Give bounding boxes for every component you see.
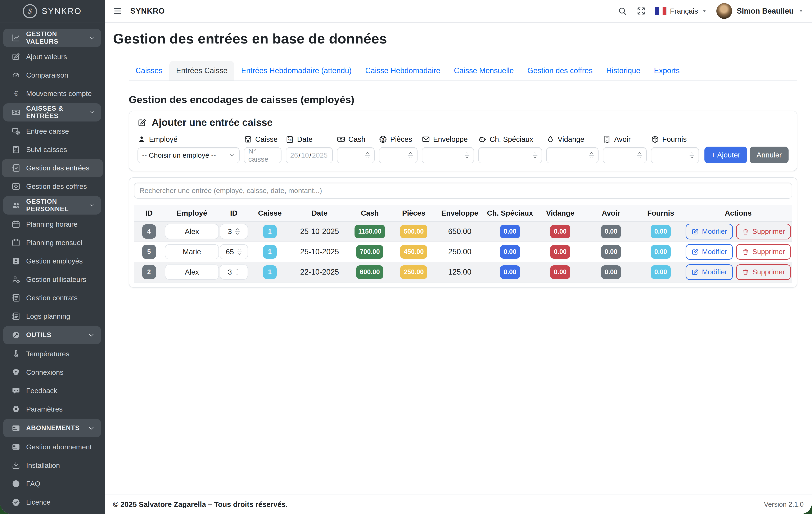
edit-button[interactable]: Modifier	[686, 244, 733, 260]
sidebar-item-licence[interactable]: Licence	[0, 493, 105, 511]
fullscreen-icon[interactable]	[636, 6, 646, 16]
sidebar-item-gestion-des-coffres[interactable]: Gestion des coffres	[0, 177, 105, 196]
ch-speciaux-number-input[interactable]	[478, 147, 542, 163]
avoir-number-input[interactable]	[603, 147, 647, 163]
hamburger-menu-icon[interactable]	[113, 6, 122, 16]
number-stepper-arrows[interactable]	[237, 248, 242, 256]
number-stepper-arrows[interactable]	[408, 151, 413, 159]
number-stepper-arrows[interactable]	[690, 151, 694, 159]
enveloppe-number-input[interactable]	[422, 147, 474, 163]
pieces-number-input[interactable]	[379, 147, 417, 163]
tab-entrees-hebdomadaire-attendu[interactable]: Entrées Hebdomadaire (attendu)	[234, 61, 358, 81]
svg-text:€: €	[14, 90, 18, 97]
number-stepper-arrows[interactable]	[637, 151, 642, 159]
euro-icon: €	[11, 89, 21, 98]
sidebar-label: Gestion des coffres	[26, 182, 87, 190]
credit-card-icon	[11, 443, 21, 451]
sidebar-section-gestion-valeurs[interactable]: GESTION VALEURS	[3, 29, 101, 47]
fournis-badge: 0.00	[651, 265, 671, 279]
date-input[interactable]: 26/10/2025	[286, 147, 333, 163]
sidebar-item-comparaison[interactable]: Comparaison	[0, 66, 105, 84]
tab-caisse-mensuelle[interactable]: Caisse Mensuelle	[447, 61, 520, 81]
tab-historique[interactable]: Historique	[599, 61, 647, 81]
edit-button[interactable]: Modifier	[686, 224, 733, 239]
banknote-icon	[337, 135, 345, 144]
field-label: Vidange	[546, 135, 599, 144]
add-button[interactable]: + Ajouter	[704, 147, 747, 163]
fournis-number-input[interactable]	[651, 147, 699, 163]
tab-caisses[interactable]: Caisses	[129, 61, 169, 81]
number-stepper-arrows[interactable]	[532, 151, 538, 159]
sidebar-section-gestion-personnel[interactable]: GESTION PERSONNEL	[3, 196, 101, 215]
sidebar-item-mouvements-compte[interactable]: €Mouvements compte	[0, 84, 105, 103]
employee-name-input[interactable]: Marie	[165, 244, 219, 260]
sidebar-item-parametres[interactable]: Paramètres	[0, 400, 105, 418]
sidebar-section-outils[interactable]: OUTILS	[3, 326, 101, 344]
delete-button[interactable]: Supprimer	[736, 224, 791, 239]
sidebar-item-gestion-utilisateurs[interactable]: Gestion utilisateurs	[0, 270, 105, 289]
banknote-icon	[11, 108, 21, 117]
number-stepper-arrows[interactable]	[589, 151, 594, 159]
number-stepper-arrows[interactable]	[365, 151, 370, 159]
entries-table: IDEmployéIDCaisseDateCashPiècesEnveloppe…	[134, 205, 792, 282]
employee-name-input[interactable]: Alex	[165, 224, 219, 239]
number-stepper-arrows[interactable]	[465, 151, 469, 159]
sidebar-section-caisses-entrees[interactable]: CAISSES & ENTRÉES	[3, 103, 101, 122]
sidebar-item-planning-mensuel[interactable]: Planning mensuel	[0, 233, 105, 252]
sidebar-item-feedback[interactable]: Feedback	[0, 382, 105, 400]
employee-name-input[interactable]: Alex	[165, 265, 219, 280]
sidebar-item-gestion-employes[interactable]: Gestion employés	[0, 252, 105, 270]
delete-button[interactable]: Supprimer	[736, 264, 791, 280]
sidebar-item-gestion-des-entrees[interactable]: Gestion des entrées	[2, 159, 103, 177]
cancel-button[interactable]: Annuler	[750, 147, 788, 163]
search-input[interactable]	[134, 183, 792, 199]
edit-button[interactable]: Modifier	[686, 264, 733, 280]
credit-card-icon	[11, 424, 21, 433]
sidebar-item-entree-caisse[interactable]: Entrée caisse	[0, 122, 105, 141]
sidebar-item-gestion-abonnement[interactable]: Gestion abonnement	[0, 438, 105, 456]
sidebar-logo: S SYNKRO	[0, 0, 105, 23]
sidebar-label: Licence	[26, 498, 51, 506]
tab-entrees-caisse[interactable]: Entrées Caisse	[169, 61, 234, 81]
sidebar-item-faq[interactable]: ?FAQ	[0, 475, 105, 493]
delete-button[interactable]: Supprimer	[736, 244, 791, 260]
avoir-badge: 0.00	[601, 245, 621, 259]
number-stepper-arrows[interactable]	[235, 228, 240, 236]
tab-exports[interactable]: Exports	[647, 61, 687, 81]
search-icon[interactable]	[617, 6, 627, 16]
table-header-row: IDEmployéIDCaisseDateCashPiècesEnveloppe…	[134, 205, 792, 221]
col-header-id: ID	[134, 205, 164, 221]
sidebar-item-gestion-contrats[interactable]: Gestion contrats	[0, 289, 105, 307]
trash-icon	[742, 248, 749, 255]
tab-caisse-hebdomadaire[interactable]: Caisse Hebdomadaire	[358, 61, 447, 81]
sidebar-item-temperatures[interactable]: Températures	[0, 345, 105, 363]
table-body: 4Alex3125-10-20251150.00500.00650.000.00…	[134, 221, 792, 282]
sidebar-section-abonnements[interactable]: ABONNEMENTS	[3, 419, 101, 437]
cash-number-input[interactable]	[337, 147, 375, 163]
caisse-input[interactable]: N° caisse	[244, 147, 282, 163]
sidebar-item-ajout-valeurs[interactable]: Ajout valeurs	[0, 48, 105, 66]
col-header-employe: Employé	[164, 205, 220, 221]
sidebar-item-logs-planning[interactable]: Logs planning	[0, 307, 105, 325]
employe-select[interactable]: -- Choisir un employé --	[138, 147, 240, 163]
language-selector[interactable]: Français	[655, 7, 707, 15]
employee-id-stepper[interactable]: 3	[220, 265, 248, 280]
sidebar-item-suivi-caisses[interactable]: Suivi caisses	[0, 141, 105, 159]
vidange-number-input[interactable]	[546, 147, 599, 163]
copyright-text: © 2025 Salvatore Zagarella – Tous droits…	[113, 500, 288, 509]
sidebar-item-planning-horaire[interactable]: Planning horaire	[0, 215, 105, 233]
tab-gestion-des-coffres[interactable]: Gestion des coffres	[520, 61, 599, 81]
field-ch-speciaux: Ch. Spéciaux	[478, 135, 542, 163]
user-menu[interactable]: Simon Beaulieu	[716, 3, 804, 19]
col-header-date: Date	[292, 205, 347, 221]
sidebar-item-connexions[interactable]: Connexions	[0, 363, 105, 382]
gauge-icon	[11, 71, 21, 80]
ch-speciaux-badge: 0.00	[500, 265, 520, 279]
employee-id-stepper[interactable]: 3	[220, 224, 248, 239]
col-header-fournis: Fournis	[637, 205, 684, 221]
tab-bar: CaissesEntrées CaisseEntrées Hebdomadair…	[129, 61, 798, 81]
employee-id-stepper[interactable]: 65	[220, 244, 248, 260]
number-stepper-arrows[interactable]	[235, 268, 240, 276]
add-entry-title-text: Ajouter une entrée caisse	[152, 117, 273, 128]
sidebar-item-installation[interactable]: Installation	[0, 456, 105, 475]
